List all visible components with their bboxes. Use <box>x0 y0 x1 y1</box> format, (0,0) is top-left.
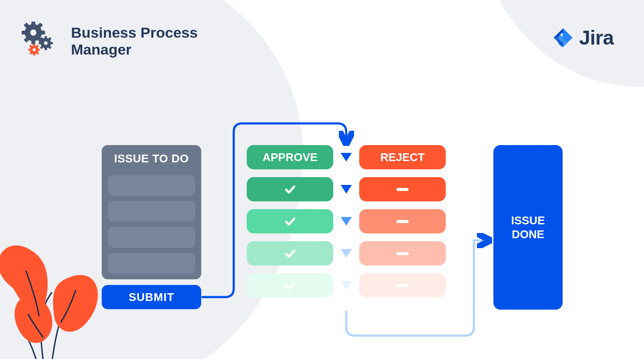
reject-step[interactable] <box>359 241 446 265</box>
svg-rect-12 <box>45 47 47 50</box>
jira-icon <box>552 27 574 49</box>
submit-label: SUBMIT <box>129 291 174 304</box>
app-header: Business Process Manager <box>22 22 198 61</box>
check-icon <box>283 183 296 196</box>
svg-rect-23 <box>38 49 40 51</box>
app-title-line2: Manager <box>71 41 198 58</box>
gears-icon <box>22 22 61 61</box>
svg-rect-22 <box>33 53 35 55</box>
jira-logo-text: Jira <box>579 26 614 49</box>
separator-column <box>338 145 355 305</box>
svg-rect-21 <box>33 44 35 46</box>
triangle-down-icon <box>340 184 353 194</box>
svg-rect-2 <box>32 39 35 44</box>
todo-placeholder <box>108 253 195 274</box>
svg-rect-4 <box>22 31 26 35</box>
todo-placeholder <box>108 227 195 248</box>
triangle-down-icon <box>340 216 353 226</box>
todo-placeholder <box>108 175 195 196</box>
app-title-line1: Business Process <box>71 24 198 41</box>
reject-header[interactable]: REJECT <box>359 145 446 169</box>
approve-step[interactable] <box>247 209 333 233</box>
submit-button[interactable]: SUBMIT <box>102 285 201 309</box>
approve-column: APPROVE <box>247 145 333 305</box>
issue-done-panel: ISSUE DONE <box>493 145 563 310</box>
check-icon <box>283 247 296 260</box>
dash-icon <box>396 284 409 287</box>
triangle-down-icon <box>340 280 353 291</box>
reject-step[interactable] <box>359 209 446 233</box>
approve-step[interactable] <box>247 177 333 201</box>
approve-step[interactable] <box>247 273 333 298</box>
issue-todo-panel: ISSUE TO DO <box>102 145 201 279</box>
svg-rect-13 <box>50 42 53 44</box>
approve-step[interactable] <box>247 241 333 265</box>
svg-rect-1 <box>32 22 35 26</box>
svg-point-9 <box>30 29 36 36</box>
jira-logo: Jira <box>552 26 614 49</box>
svg-point-29 <box>32 48 35 51</box>
reject-step[interactable] <box>359 273 446 298</box>
svg-rect-11 <box>45 36 47 39</box>
svg-rect-14 <box>39 42 42 44</box>
plant-illustration <box>0 240 108 359</box>
check-icon <box>283 215 296 228</box>
dash-icon <box>396 188 409 191</box>
dash-icon <box>396 220 409 223</box>
approve-header[interactable]: APPROVE <box>247 145 333 169</box>
svg-rect-3 <box>40 31 45 35</box>
svg-rect-24 <box>28 49 30 51</box>
reject-step[interactable] <box>359 177 446 201</box>
svg-point-19 <box>44 41 48 45</box>
triangle-down-icon <box>340 152 353 162</box>
todo-placeholder <box>108 201 195 222</box>
check-icon <box>283 279 296 292</box>
issue-done-label-1: ISSUE <box>511 213 545 228</box>
dash-icon <box>396 252 409 255</box>
app-title: Business Process Manager <box>71 24 198 58</box>
triangle-down-icon <box>340 248 353 259</box>
issue-done-label-2: DONE <box>511 227 545 242</box>
reject-column: REJECT <box>359 145 446 305</box>
issue-todo-label: ISSUE TO DO <box>108 151 195 170</box>
